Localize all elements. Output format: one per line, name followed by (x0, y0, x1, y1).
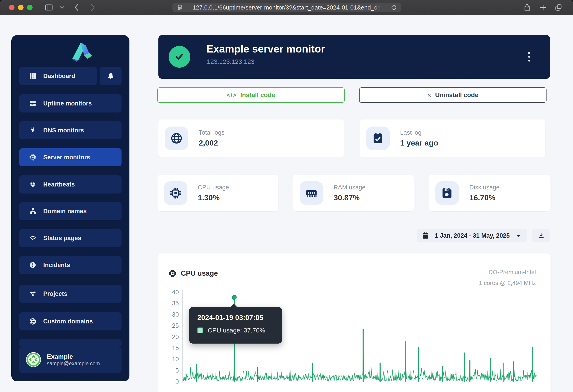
tooltip-timestamp: 2024-01-19 03:07:05 (197, 314, 282, 322)
sidebar-item-dns-monitors[interactable]: DNS monitors (19, 121, 122, 139)
stat-value: 1.30% (198, 193, 229, 202)
plug-icon (29, 127, 36, 134)
grid-icon (29, 72, 36, 80)
stat-card-total-logs: Total logs2,002 (158, 120, 344, 157)
forward-button[interactable] (88, 0, 97, 15)
sidebar-item-incidents[interactable]: Incidents (19, 256, 122, 274)
chip-icon (29, 154, 36, 161)
stat-icon-tile (300, 181, 323, 205)
chevron-down-icon[interactable] (58, 0, 66, 15)
calendar-check-icon (372, 132, 384, 144)
stat-icon-tile (164, 181, 187, 205)
server-name: DO-Premium-Intel (479, 267, 536, 277)
stat-value: 16.70% (469, 193, 500, 202)
stat-value: 1 year ago (400, 139, 438, 147)
chip-icon (169, 269, 177, 277)
globe-icon (170, 132, 183, 144)
user-email: sample@example.com (47, 360, 100, 367)
download-report-button[interactable] (532, 229, 550, 242)
globe-icon (29, 318, 36, 325)
close-window-button[interactable] (9, 5, 15, 10)
notifications-bell-button[interactable] (100, 67, 122, 85)
status-ok-icon (169, 46, 190, 68)
browser-window: 127.0.0.1/66uptime/server-monitor/3?&sta… (0, 0, 573, 392)
share-icon[interactable] (522, 0, 533, 15)
sidebar-item-domain-names[interactable]: Domain names (19, 202, 122, 220)
series-swatch (197, 327, 203, 333)
sidebar-item-status-pages[interactable]: Status pages (19, 229, 122, 247)
tooltip-value: CPU usage: 37.70% (208, 327, 265, 334)
stat-icon-tile (366, 126, 390, 150)
app-logo (69, 40, 94, 62)
page-title: Example server monitor (206, 43, 325, 55)
code-icon: </> (227, 92, 237, 99)
stat-card-last-log: Last log1 year ago (360, 120, 545, 157)
date-range-label: 1 Jan, 2024 - 31 May, 2025 (435, 232, 510, 239)
ram-icon (305, 187, 318, 199)
download-icon (538, 232, 544, 239)
install-code-button[interactable]: </> Install code (157, 87, 345, 103)
close-icon: × (427, 91, 431, 99)
sidebar: DashboardUptime monitorsDNS monitorsServ… (11, 35, 129, 381)
stat-icon-tile (165, 126, 188, 150)
address-bar[interactable]: 127.0.0.1/66uptime/server-monitor/3?&sta… (172, 3, 401, 12)
minimize-window-button[interactable] (18, 5, 23, 10)
calendar-icon (417, 228, 435, 243)
chart-tooltip: 2024-01-19 03:07:05 CPU usage: 37.70% (189, 307, 282, 344)
chart-title: CPU usage (169, 269, 218, 277)
stat-card-cpu-usage: CPU usage1.30% (158, 175, 278, 211)
user-profile[interactable]: Example sample@example.com (19, 346, 122, 373)
sidebar-item-dashboard[interactable]: Dashboard (19, 67, 97, 85)
stat-card-ram-usage: RAM usage30.87% (293, 175, 414, 211)
back-button[interactable] (72, 0, 81, 15)
server-specs: 1 cores @ 2,494 MHz (479, 277, 536, 288)
browser-toolbar: 127.0.0.1/66uptime/server-monitor/3?&sta… (0, 0, 573, 15)
sidebar-item-heartbeats[interactable]: Heartbeats (19, 175, 122, 194)
disk-icon (441, 187, 453, 199)
page-settings-icon[interactable] (172, 0, 187, 15)
tab-overview-icon[interactable] (553, 0, 564, 15)
new-tab-icon[interactable] (538, 0, 549, 15)
sitemap-icon (29, 208, 36, 215)
uninstall-code-button[interactable]: × Uninstall code (359, 87, 547, 103)
stat-label: Last log (400, 129, 438, 136)
avatar (26, 352, 41, 367)
stat-label: CPU usage (198, 184, 229, 191)
stat-label: Disk usage (469, 184, 500, 191)
share-nodes-icon (29, 290, 36, 297)
sidebar-toggle-icon[interactable] (43, 0, 54, 15)
monitor-header-card: Example server monitor 123.123.123.123 (158, 35, 550, 79)
sidebar-item-custom-domains[interactable]: Custom domains (19, 312, 122, 330)
url-text: 127.0.0.1/66uptime/server-monitor/3?&sta… (187, 4, 387, 11)
alert-icon (29, 261, 36, 269)
sidebar-item-server-monitors[interactable]: Server monitors (19, 148, 122, 166)
stat-label: RAM usage (334, 184, 365, 191)
caret-down-icon (516, 232, 521, 239)
user-name: Example (47, 353, 100, 360)
monitor-ip: 123.123.123.123 (207, 58, 254, 65)
chart-server-info: DO-Premium-Intel 1 cores @ 2,494 MHz (479, 267, 536, 288)
chip-icon (169, 187, 182, 199)
kebab-menu-button[interactable] (524, 46, 534, 67)
chip-icon (169, 269, 177, 277)
heart-pulse-icon (29, 181, 36, 188)
stat-value: 2,002 (199, 139, 225, 147)
stat-label: Total logs (199, 129, 225, 136)
sidebar-item-uptime-monitors[interactable]: Uptime monitors (19, 94, 122, 112)
server-icon (29, 100, 36, 107)
stat-icon-tile (435, 181, 459, 205)
bell-icon (107, 72, 114, 80)
stat-value: 30.87% (334, 193, 365, 202)
reload-icon[interactable] (387, 0, 401, 15)
sidebar-item-partial (19, 339, 122, 346)
date-range-picker[interactable]: 1 Jan, 2024 - 31 May, 2025 (417, 229, 527, 242)
zoom-window-button[interactable] (27, 5, 33, 10)
sidebar-item-projects[interactable]: Projects (19, 285, 122, 303)
wifi-icon (29, 234, 36, 242)
stat-card-disk-usage: Disk usage16.70% (429, 175, 550, 211)
